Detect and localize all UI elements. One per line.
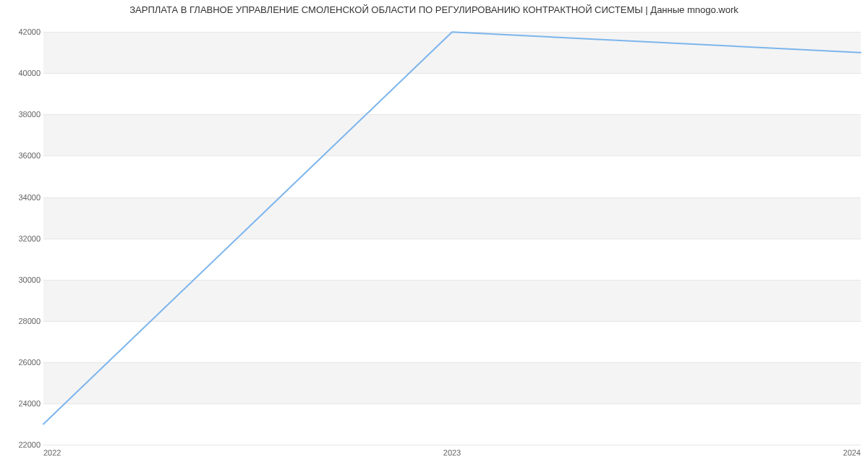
x-tick-label: 2023 [443, 448, 461, 457]
x-tick-label: 2024 [843, 448, 861, 457]
y-tick-label: 32000 [4, 234, 41, 243]
y-tick-label: 24000 [4, 399, 41, 408]
y-tick-label: 40000 [4, 69, 41, 77]
y-tick-label: 38000 [4, 110, 41, 119]
plot-area [43, 22, 861, 445]
y-tick-label: 30000 [4, 275, 41, 284]
y-tick-label: 26000 [4, 358, 41, 367]
gridline [43, 445, 861, 445]
y-tick-label: 34000 [4, 193, 41, 202]
y-tick-label: 36000 [4, 151, 41, 160]
line-series [43, 22, 861, 445]
y-tick-label: 42000 [4, 27, 41, 36]
x-tick-label: 2022 [43, 448, 61, 457]
chart-container: ЗАРПЛАТА В ГЛАВНОЕ УПРАВЛЕНИЕ СМОЛЕНСКОЙ… [0, 0, 868, 470]
y-tick-label: 22000 [4, 440, 41, 449]
chart-title: ЗАРПЛАТА В ГЛАВНОЕ УПРАВЛЕНИЕ СМОЛЕНСКОЙ… [0, 4, 868, 15]
y-tick-label: 28000 [4, 317, 41, 325]
